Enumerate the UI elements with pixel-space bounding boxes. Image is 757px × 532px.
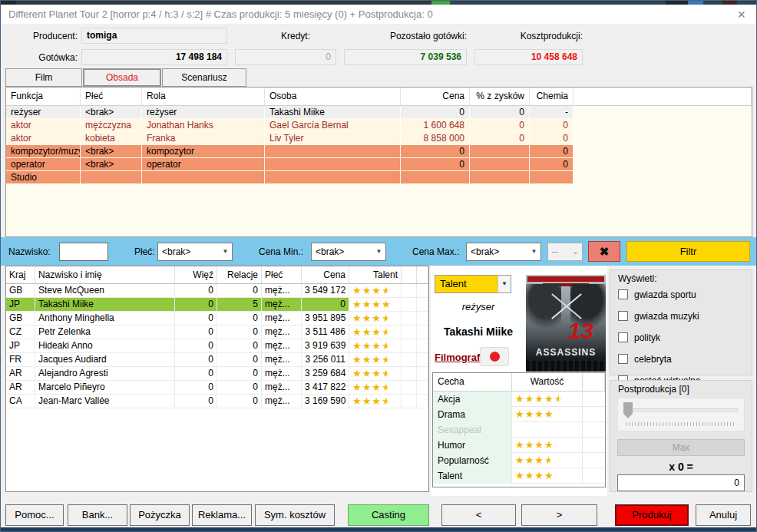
star-full-icon: ★ — [372, 382, 382, 393]
help-button[interactable]: Pomoc... — [5, 504, 64, 526]
cell-name: Steve McQueen — [35, 284, 175, 297]
filter-bar: Nazwisko: Płeć: <brak> ▼ Cena Min.: <bra… — [1, 237, 757, 266]
col-header[interactable]: Cena — [401, 88, 470, 105]
price-min-dropdown[interactable]: <brak> ▼ — [311, 243, 386, 261]
production-window: Different Planet Tour 2 [horror p:4 / h:… — [0, 0, 757, 532]
bank-button[interactable]: Bank... — [68, 504, 127, 526]
postproduction-slider[interactable] — [617, 398, 745, 431]
remaining-cash-field: 7 039 536 — [344, 49, 467, 65]
cast-row[interactable]: aktor mężczyzna Jonathan Hanks Gael Garc… — [6, 119, 752, 131]
col-header[interactable]: Relacje — [217, 266, 262, 283]
cell-plec: <brak> — [81, 158, 142, 170]
person-row[interactable]: AR Alejandro Agresti 0 0 męż... 3 259 68… — [6, 367, 428, 381]
cell-country: GB — [6, 284, 35, 297]
col-header[interactable]: Nazwisko i imię — [35, 266, 175, 283]
cell-talent-stars: ★★★★ — [349, 381, 402, 394]
cell-cena — [401, 171, 470, 183]
col-header[interactable]: Płeć — [81, 88, 142, 105]
cell-bond: 0 — [175, 298, 217, 311]
status-indicator-button[interactable] — [480, 347, 509, 366]
postproduction-title: Postprodukcja [0] — [618, 384, 689, 395]
star-full-icon: ★ — [534, 408, 544, 420]
sort-dropdown[interactable]: Talent ▼ — [435, 275, 511, 293]
filter-button[interactable]: Filtr — [626, 241, 750, 262]
close-icon[interactable]: × — [737, 6, 745, 23]
person-row[interactable]: JP Hideaki Anno 0 0 męż... 3 919 639 ★★★… — [6, 339, 428, 353]
slider-track[interactable] — [624, 408, 738, 411]
checkbox-unchecked[interactable] — [618, 289, 628, 299]
trait-stars — [512, 422, 583, 438]
cast-row[interactable]: operator <brak> operator 0 0 — [6, 158, 752, 170]
cell-chemia: 0 — [530, 119, 574, 131]
checkbox-unchecked[interactable] — [618, 332, 628, 342]
produce-button[interactable]: Produkuj — [615, 504, 689, 526]
max-button[interactable]: Max — [617, 439, 745, 456]
clear-filter-button[interactable]: ✖ — [588, 241, 620, 262]
cancel-button[interactable]: Anuluj — [696, 504, 751, 526]
checkbox-unchecked[interactable] — [618, 311, 628, 321]
surname-input[interactable] — [59, 243, 108, 261]
extra-filter-dropdown[interactable]: -- ⌄ — [547, 243, 583, 261]
cost-simulation-button[interactable]: Sym. kosztów — [255, 504, 335, 526]
checkbox-row[interactable]: gwiazda sportu — [610, 289, 752, 300]
titlebar[interactable]: Different Planet Tour 2 [horror p:4 / h:… — [1, 5, 756, 24]
postproduction-value-field[interactable]: 0 — [617, 474, 745, 491]
cast-row[interactable]: reżyser <brak> reżyser Takashi Miike 0 0… — [6, 106, 752, 118]
casting-button[interactable]: Casting — [348, 504, 429, 526]
trait-row: Talent ★★★★ — [433, 468, 605, 484]
col-header[interactable]: Więź — [175, 266, 217, 283]
person-row[interactable]: AR Marcelo Piñeyro 0 0 męż... 3 417 822 … — [6, 381, 428, 395]
cast-row[interactable]: aktor kobieta Franka Liv Tyler 8 858 000… — [6, 132, 752, 144]
person-row[interactable]: JP Takashi Miike 0 5 męż... 0 ★★★★ — [6, 298, 428, 312]
person-row[interactable]: CA Jean-Marc Vallée 0 0 męż... 3 169 590… — [6, 395, 428, 408]
tab-scenariusz[interactable]: Scenariusz — [162, 68, 246, 87]
col-header[interactable]: % z zysków — [470, 88, 530, 105]
cell-osoba — [265, 158, 401, 170]
tab-obsada[interactable]: Obsada — [83, 68, 161, 87]
slider-thumb[interactable] — [623, 402, 633, 418]
person-row[interactable]: GB Steve McQueen 0 0 męż... 3 549 172 ★★… — [6, 284, 428, 298]
cast-row[interactable]: kompozytor/muzyk <brak> kompozytor 0 0 — [6, 145, 752, 157]
trait-filler — [583, 422, 605, 438]
sex-dropdown[interactable]: <brak> ▼ — [157, 243, 233, 261]
slider-ticks — [626, 422, 736, 426]
person-row[interactable]: FR Jacques Audiard 0 0 męż... 3 256 011 … — [6, 353, 428, 367]
star-full-icon: ★ — [544, 408, 554, 420]
cell-filler — [574, 171, 752, 183]
cell-filler — [574, 106, 752, 118]
col-header[interactable]: Cena — [302, 266, 349, 283]
checkbox-row[interactable]: gwiazda muzyki — [610, 310, 752, 322]
col-header[interactable]: Funkcja — [6, 88, 81, 105]
cast-row[interactable]: Studio — [6, 171, 752, 183]
cash-label: Gotówka: — [15, 51, 78, 64]
checkbox-row[interactable]: polityk — [610, 332, 752, 343]
checkbox-unchecked[interactable] — [618, 354, 628, 364]
cell-filler — [417, 381, 428, 394]
cell-price: 0 — [302, 298, 349, 311]
col-header[interactable]: Rola — [142, 88, 265, 105]
previous-button[interactable]: < — [441, 504, 516, 526]
production-cost-field: 10 458 648 — [474, 49, 583, 65]
col-header[interactable]: Kraj — [6, 266, 35, 283]
col-header[interactable]: Talent — [349, 266, 402, 283]
tab-film[interactable]: Film — [5, 68, 82, 87]
cell-filler — [402, 284, 417, 297]
price-max-dropdown[interactable]: <brak> ▼ — [466, 243, 541, 261]
sort-dropdown-value: Talent — [435, 276, 498, 292]
cell-name: Anthony Minghella — [35, 312, 175, 325]
person-row[interactable]: CZ Petr Zelenka 0 0 męż... 3 511 486 ★★★… — [6, 325, 428, 339]
col-header[interactable]: Płeć — [262, 266, 302, 283]
col-header[interactable]: Chemia — [530, 88, 574, 105]
star-full-icon: ★ — [525, 393, 535, 405]
next-button[interactable]: > — [521, 504, 597, 526]
poster-number: 13 — [568, 319, 593, 342]
cell-sex: męż... — [262, 339, 302, 352]
person-row[interactable]: GB Anthony Minghella 0 0 męż... 3 951 89… — [6, 312, 428, 325]
checkbox-row[interactable]: celebryta — [610, 353, 752, 365]
cell-country: CZ — [6, 325, 35, 339]
loan-button[interactable]: Pożyczka — [130, 504, 190, 526]
cell-plec: <brak> — [81, 145, 142, 157]
col-header[interactable]: Osoba — [265, 88, 401, 105]
advertising-button[interactable]: Reklama... — [192, 504, 252, 526]
cell-relations: 0 — [217, 325, 262, 339]
